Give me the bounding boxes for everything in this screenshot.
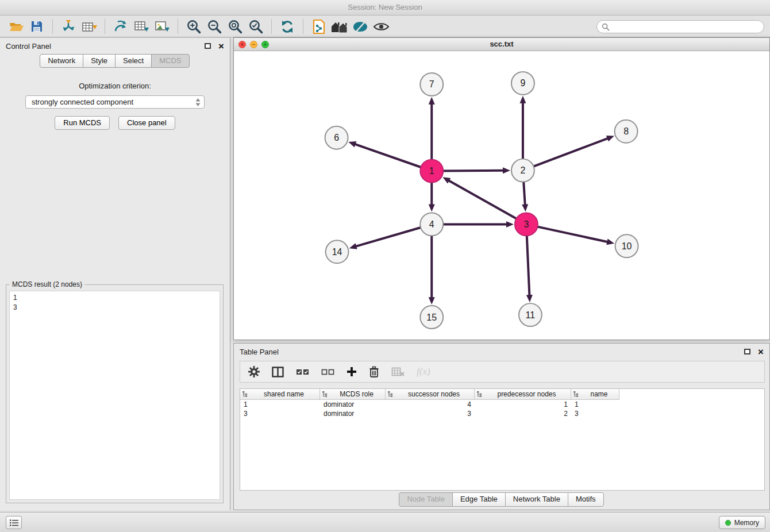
task-history-button[interactable] (6, 516, 22, 529)
cell-mcds-role[interactable]: dominator (320, 400, 386, 408)
cell-name[interactable]: 1 (571, 400, 619, 408)
criterion-select[interactable]: strongly connected component (25, 95, 205, 109)
delete-table-icon (391, 367, 405, 377)
close-panel-icon[interactable]: × (218, 41, 224, 51)
column-header-name[interactable]: name (571, 389, 619, 400)
edge-3-11[interactable] (527, 236, 530, 296)
network-view-window: × − + scc.txt 7968124314101511 (233, 37, 770, 340)
column-header-predecessor-nodes[interactable]: predecessor nodes (475, 389, 571, 400)
close-window-button[interactable]: × (238, 41, 246, 48)
create-column-button[interactable] (346, 367, 357, 377)
cell-predecessor-nodes[interactable]: 1 (475, 400, 571, 408)
trash-icon (369, 366, 379, 378)
control-panel: Control Panel × Network Style Select MCD… (0, 37, 230, 510)
tab-network-table[interactable]: Network Table (505, 492, 568, 507)
tab-node-table[interactable]: Node Table (399, 492, 453, 507)
edge-1-2[interactable] (443, 171, 505, 171)
select-all-columns-button[interactable] (296, 368, 309, 376)
node-table[interactable]: shared name MCDS role successor nodes pr… (240, 388, 765, 491)
edge-arrow-3-11 (526, 295, 533, 302)
cell-successor-nodes[interactable]: 3 (386, 410, 475, 418)
network-window-titlebar[interactable]: × − + scc.txt (234, 38, 769, 51)
mcds-result-line: 3 (13, 303, 216, 313)
export-network-button[interactable] (110, 18, 131, 36)
edge-4-14[interactable] (355, 228, 421, 246)
column-header-shared-name[interactable]: shared name (240, 389, 320, 400)
column-header-label: shared name (251, 390, 317, 398)
zoom-out-button[interactable] (204, 18, 225, 36)
window-titlebar: Session: New Session (0, 0, 770, 16)
edge-3-10[interactable] (537, 227, 609, 242)
column-header-label: predecessor nodes (485, 390, 568, 398)
show-columns-button[interactable] (272, 367, 284, 377)
close-panel-button[interactable]: Close panel (118, 116, 175, 130)
column-header-successor-nodes[interactable]: successor nodes (386, 389, 475, 400)
table-row[interactable]: 3 dominator 3 2 3 (240, 409, 764, 418)
open-session-button[interactable] (6, 18, 26, 36)
minimize-window-button[interactable]: − (250, 41, 257, 48)
apply-style-button[interactable] (350, 18, 371, 36)
tab-mcds[interactable]: MCDS (151, 54, 189, 68)
toolbar-separator (178, 19, 178, 34)
export-image-button[interactable] (152, 18, 172, 36)
import-table-button[interactable] (79, 18, 99, 36)
table-header-row: shared name MCDS role successor nodes pr… (240, 389, 764, 400)
import-network-button[interactable] (58, 18, 79, 36)
node-label-1: 1 (429, 166, 434, 176)
table-panel: Table Panel × (233, 343, 770, 510)
table-row[interactable]: 1 dominator 4 1 1 (240, 400, 764, 409)
float-panel-icon[interactable] (205, 43, 211, 49)
export-table-button[interactable] (131, 18, 152, 36)
zoom-window-button[interactable]: + (261, 41, 269, 48)
node-label-11: 11 (526, 310, 536, 320)
show-hide-button[interactable] (371, 18, 391, 36)
export-network-icon (113, 20, 129, 33)
zoom-fit-button[interactable] (225, 18, 245, 36)
edge-1-6[interactable] (354, 144, 421, 167)
column-header-mcds-role[interactable]: MCDS role (320, 389, 386, 400)
cell-successor-nodes[interactable]: 4 (386, 400, 475, 408)
network-canvas[interactable]: 7968124314101511 (234, 51, 769, 340)
cell-shared-name[interactable]: 1 (240, 400, 320, 408)
node-label-14: 14 (332, 247, 342, 257)
tab-style[interactable]: Style (83, 54, 116, 68)
home-panels-button[interactable] (329, 18, 350, 36)
control-panel-tabs: Network Style Select MCDS (0, 54, 230, 68)
run-mcds-button[interactable]: Run MCDS (55, 116, 110, 130)
column-type-icon (388, 391, 394, 397)
toolbar-separator (105, 19, 105, 34)
mcds-result-list[interactable]: 1 3 (9, 291, 220, 500)
tab-network[interactable]: Network (40, 54, 83, 68)
close-panel-icon[interactable]: × (758, 347, 764, 357)
table-settings-button[interactable] (248, 366, 260, 377)
tab-edge-table[interactable]: Edge Table (452, 492, 506, 507)
eye-icon (373, 21, 390, 32)
zoom-in-button[interactable] (183, 18, 204, 36)
zoom-selected-button[interactable] (245, 18, 266, 36)
tab-motifs[interactable]: Motifs (568, 492, 604, 507)
refresh-layout-button[interactable] (277, 18, 298, 36)
cell-shared-name[interactable]: 3 (240, 410, 320, 418)
tab-select[interactable]: Select (115, 54, 152, 68)
float-panel-icon[interactable] (744, 349, 750, 354)
cell-name[interactable]: 3 (571, 410, 619, 418)
status-bar: Memory (0, 512, 770, 532)
memory-button[interactable]: Memory (719, 516, 765, 529)
unselect-all-columns-button[interactable] (321, 368, 334, 376)
search-input[interactable] (596, 20, 764, 33)
columns-icon (272, 367, 284, 377)
document-network-button[interactable] (309, 18, 329, 36)
edge-2-3[interactable] (523, 182, 525, 206)
style-brush-icon (352, 20, 368, 33)
edge-3-1[interactable] (448, 180, 516, 218)
network-graph[interactable]: 7968124314101511 (234, 51, 769, 340)
toolbar-separator (303, 19, 303, 34)
save-session-button[interactable] (26, 18, 47, 36)
edge-arrow-1-7 (429, 97, 435, 105)
criterion-select-value: strongly connected component (32, 98, 195, 106)
edge-2-8[interactable] (534, 138, 609, 167)
delete-column-button[interactable] (369, 366, 379, 378)
cell-predecessor-nodes[interactable]: 2 (475, 410, 571, 418)
window-controls: × − + (238, 41, 269, 48)
cell-mcds-role[interactable]: dominator (320, 410, 386, 418)
